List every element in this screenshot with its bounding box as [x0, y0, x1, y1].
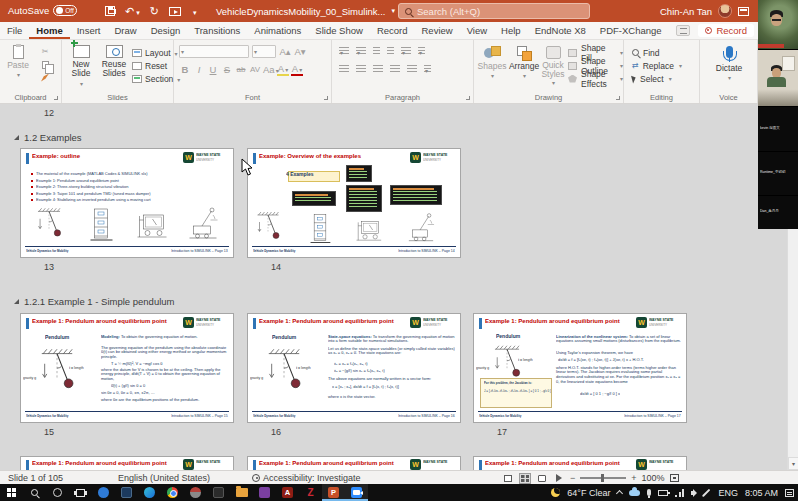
align-center-icon[interactable]	[356, 65, 366, 73]
save-icon[interactable]	[105, 6, 115, 16]
tab-record[interactable]: Record	[370, 22, 415, 39]
comments-icon[interactable]	[676, 25, 690, 36]
zoom-slider-thumb[interactable]	[601, 474, 604, 482]
underline-button[interactable]: U	[207, 64, 219, 75]
zoom-out-button[interactable]: −	[570, 473, 575, 483]
weather-moon-icon[interactable]	[551, 488, 560, 497]
clock[interactable]: 8:05 AM	[745, 488, 778, 498]
app-icon-blue[interactable]	[92, 484, 115, 501]
meeting-camera-icon[interactable]	[345, 484, 368, 501]
slide-thumbnail-14[interactable]: Example: Overview of the examples W WAYN…	[247, 148, 461, 258]
slide-thumbnail-18[interactable]: Example 1: Pendulum around equilibrium p…	[20, 456, 234, 470]
slide-thumbnail-20[interactable]: Example 1: Pendulum around equilibrium p…	[473, 456, 687, 470]
slide-sorter-view-button[interactable]	[519, 473, 531, 484]
section-collapse-icon[interactable]	[14, 299, 19, 304]
clipboard-dialog-launcher[interactable]	[54, 96, 58, 100]
zoom-level[interactable]: 100%	[642, 473, 665, 483]
calculator-icon[interactable]	[207, 484, 230, 501]
select-button[interactable]: Select	[632, 72, 682, 85]
tab-slide-show[interactable]: Slide Show	[308, 22, 370, 39]
speaker-icon[interactable]	[691, 491, 694, 495]
zoom-in-button[interactable]: +	[631, 473, 636, 483]
undo-icon[interactable]: ↶	[125, 5, 140, 18]
convert-smartart-icon[interactable]	[424, 65, 431, 73]
slide-thumbnail-16[interactable]: Example 1: Pendulum around equilibrium p…	[247, 313, 461, 423]
taskbar-search-icon[interactable]	[23, 484, 46, 501]
justify-icon[interactable]	[390, 65, 400, 73]
section-header-examples[interactable]: 1.2 Examples	[14, 132, 82, 143]
tab-home[interactable]: Home	[29, 22, 69, 39]
redo-icon[interactable]: ↻	[150, 5, 159, 18]
file-explorer-icon[interactable]	[230, 484, 253, 501]
font-dialog-launcher[interactable]	[324, 96, 328, 100]
photos-app-icon[interactable]	[115, 484, 138, 501]
strikethrough-button[interactable]: S	[221, 64, 233, 75]
new-slide-button[interactable]: New Slide	[65, 45, 97, 87]
hidden-icons-chevron[interactable]	[616, 490, 623, 497]
normal-view-button[interactable]	[502, 473, 514, 484]
weather-text[interactable]: 64°F Clear	[567, 488, 610, 498]
numbering-icon[interactable]	[356, 47, 366, 55]
italic-button[interactable]: I	[193, 64, 205, 75]
tab-draw[interactable]: Draw	[107, 22, 143, 39]
account-area[interactable]: Chin-An Tan	[660, 0, 749, 22]
shapes-button[interactable]: Shapes	[478, 46, 506, 80]
font-color-icon[interactable]: A	[291, 63, 303, 76]
increase-indent-icon[interactable]	[387, 47, 394, 55]
tab-transitions[interactable]: Transitions	[187, 22, 247, 39]
start-button[interactable]	[0, 484, 23, 501]
cortana-icon[interactable]	[46, 484, 69, 501]
change-case-icon[interactable]: Aa	[263, 64, 275, 75]
battery-icon[interactable]	[658, 490, 668, 496]
accessibility-status[interactable]: Accessibility: Investigate	[252, 471, 361, 485]
video-tile-2[interactable]	[758, 50, 798, 106]
text-highlight-icon[interactable]: A	[277, 63, 289, 76]
shrink-font-icon[interactable]: A▾	[294, 46, 306, 57]
find-button[interactable]: Find	[632, 46, 682, 59]
paragraph-dialog-launcher[interactable]	[466, 96, 470, 100]
customize-qat-icon[interactable]	[191, 5, 197, 17]
slide-thumbnail-15[interactable]: Example 1: Pendulum around equilibrium p…	[20, 313, 234, 423]
align-left-icon[interactable]	[339, 65, 349, 73]
line-spacing-icon[interactable]	[401, 47, 411, 55]
font-size-combo[interactable]	[252, 45, 276, 58]
align-right-icon[interactable]	[373, 65, 383, 73]
video-tile-1[interactable]	[758, 0, 798, 49]
reuse-slides-button[interactable]: Reuse Slides	[98, 45, 130, 79]
onedrive-icon[interactable]	[629, 490, 640, 496]
input-language[interactable]: ENG	[718, 488, 738, 498]
drawing-dialog-launcher[interactable]	[616, 96, 620, 100]
tab-endnote[interactable]: EndNote X8	[528, 22, 593, 39]
user-avatar[interactable]	[718, 4, 732, 18]
subscript-icon[interactable]: ab	[235, 65, 247, 74]
grow-font-icon[interactable]: A▴	[279, 46, 291, 57]
slide-thumbnail-13[interactable]: Example: outline W WAYNE STATE UNIVERSIT…	[20, 148, 234, 258]
arrange-button[interactable]: Arrange	[508, 46, 540, 80]
tab-animations[interactable]: Animations	[247, 22, 308, 39]
section-collapse-icon[interactable]	[14, 135, 19, 140]
network-signal-icon[interactable]	[675, 489, 684, 497]
format-painter-icon[interactable]	[38, 72, 52, 83]
tab-file[interactable]: File	[0, 22, 29, 39]
search-input[interactable]	[417, 6, 583, 17]
audio-tile-1[interactable]: kevin 赵辰文	[758, 107, 798, 151]
quick-styles-button[interactable]: Quick Styles	[540, 46, 566, 86]
record-button[interactable]: Record	[698, 24, 754, 37]
reading-view-button[interactable]	[536, 473, 548, 484]
scrollbar-down-arrow[interactable]: ▾	[788, 457, 798, 470]
zoom-slider[interactable]	[580, 477, 626, 479]
app-icon-gray-red[interactable]	[184, 484, 207, 501]
columns-icon[interactable]	[407, 65, 417, 73]
language-indicator[interactable]: English (United States)	[118, 471, 210, 485]
fit-to-window-icon[interactable]	[670, 474, 679, 482]
app-icon-purple[interactable]	[253, 484, 276, 501]
pen-icon[interactable]	[702, 488, 710, 496]
task-view-icon[interactable]	[69, 484, 92, 501]
chrome-icon[interactable]	[161, 484, 184, 501]
tab-insert[interactable]: Insert	[70, 22, 108, 39]
autosave-toggle[interactable]: AutoSave Off	[8, 5, 77, 16]
paste-button[interactable]: Paste	[5, 45, 31, 79]
acrobat-icon[interactable]: A	[276, 484, 299, 501]
tab-pdf-xchange[interactable]: PDF-XChange	[593, 22, 669, 39]
copy-icon[interactable]	[38, 59, 52, 70]
